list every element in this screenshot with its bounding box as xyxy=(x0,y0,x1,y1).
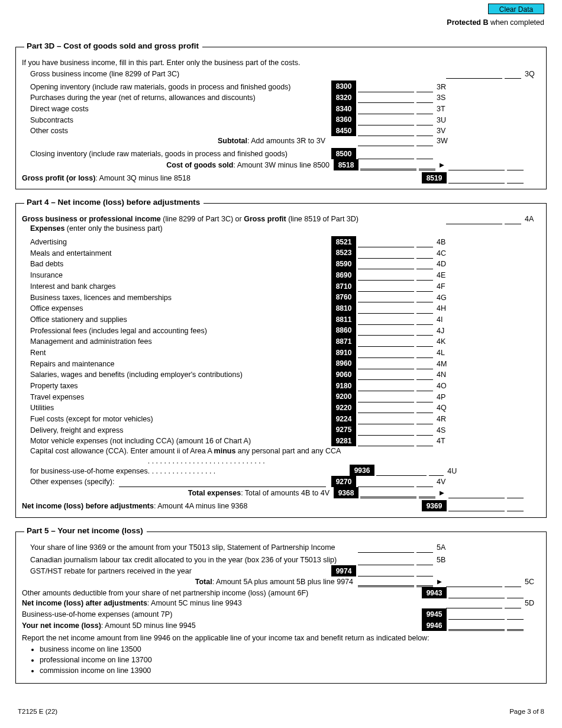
line-letter: 4B xyxy=(434,237,452,247)
amount-input[interactable] xyxy=(358,478,414,487)
amount-cents[interactable] xyxy=(416,83,433,92)
amount-cents[interactable] xyxy=(416,415,433,424)
amount-input[interactable] xyxy=(448,174,505,183)
amount-input[interactable] xyxy=(446,578,502,587)
amount-cents[interactable] xyxy=(416,238,433,247)
code-box: 9220 xyxy=(331,402,356,413)
amount-cents[interactable] xyxy=(416,326,433,336)
amount-input[interactable] xyxy=(358,404,414,413)
amount-cents[interactable] xyxy=(416,360,433,369)
closing-inv-label: Closing inventory (include raw materials… xyxy=(22,149,290,159)
amount-cents[interactable] xyxy=(416,556,433,565)
amount-cents[interactable] xyxy=(416,94,433,103)
amount-input[interactable] xyxy=(358,576,414,587)
amount-input[interactable] xyxy=(358,94,414,103)
amount-cents[interactable] xyxy=(507,502,524,511)
amount-input[interactable] xyxy=(376,466,427,476)
amount-cents[interactable] xyxy=(429,466,444,476)
amount-cents[interactable] xyxy=(416,478,433,487)
amount-input[interactable] xyxy=(358,260,414,269)
amount-input[interactable] xyxy=(446,599,502,608)
clear-data-button[interactable]: Clear Data xyxy=(488,4,544,14)
amount-cents[interactable] xyxy=(505,215,521,224)
amount-cents[interactable] xyxy=(419,488,435,498)
amount-input[interactable] xyxy=(448,161,505,170)
amount-input[interactable] xyxy=(358,393,414,402)
amount-cents[interactable] xyxy=(507,620,524,631)
amount-input[interactable] xyxy=(358,326,414,336)
amount-cents[interactable] xyxy=(507,174,524,183)
amount-input[interactable] xyxy=(358,137,414,146)
amount-input[interactable] xyxy=(448,620,505,631)
amount-cents[interactable] xyxy=(416,382,433,391)
amount-input[interactable] xyxy=(358,238,414,247)
amount-cents[interactable] xyxy=(505,69,521,79)
amount-input[interactable] xyxy=(358,349,414,358)
amount-cents[interactable] xyxy=(507,610,524,620)
amount-cents[interactable] xyxy=(416,437,433,446)
amount-cents[interactable] xyxy=(505,599,521,608)
amount-input[interactable] xyxy=(358,83,414,92)
amount-cents[interactable] xyxy=(416,371,433,380)
amount-cents[interactable] xyxy=(416,293,433,302)
amount-cents[interactable] xyxy=(416,315,433,325)
amount-input[interactable] xyxy=(446,69,502,79)
amount-cents[interactable] xyxy=(416,260,433,269)
amount-input[interactable] xyxy=(448,589,505,598)
amount-cents[interactable] xyxy=(416,116,433,125)
amount-cents[interactable] xyxy=(507,489,524,498)
amount-cents[interactable] xyxy=(416,127,433,136)
amount-input[interactable] xyxy=(358,293,414,302)
amount-input[interactable] xyxy=(448,502,505,511)
amount-cents[interactable] xyxy=(505,578,521,587)
amount-cents[interactable] xyxy=(416,282,433,292)
amount-input[interactable] xyxy=(360,488,416,498)
amount-cents[interactable] xyxy=(416,543,433,553)
amount-input[interactable] xyxy=(358,371,414,380)
amount-cents[interactable] xyxy=(507,589,524,598)
amount-input[interactable] xyxy=(358,150,414,159)
amount-input[interactable] xyxy=(358,426,414,436)
amount-cents[interactable] xyxy=(416,349,433,358)
specify-field[interactable] xyxy=(119,479,326,487)
amount-input[interactable] xyxy=(358,567,414,576)
amount-input[interactable] xyxy=(358,337,414,347)
amount-cents[interactable] xyxy=(416,249,433,259)
row-net-income-before-adj: Net income (loss) before adjustments: Am… xyxy=(22,500,540,511)
amount-input[interactable] xyxy=(358,415,414,424)
amount-input[interactable] xyxy=(358,382,414,391)
amount-cents[interactable] xyxy=(507,161,524,170)
amount-cents[interactable] xyxy=(416,271,433,281)
amount-input[interactable] xyxy=(358,127,414,136)
amount-input[interactable] xyxy=(358,437,414,446)
amount-input[interactable] xyxy=(358,304,414,314)
amount-cents[interactable] xyxy=(416,567,433,576)
amount-input[interactable] xyxy=(358,556,414,565)
amount-cents[interactable] xyxy=(416,150,433,159)
amount-cents[interactable] xyxy=(416,404,433,413)
amount-cents[interactable] xyxy=(416,337,433,347)
amount-input[interactable] xyxy=(358,282,414,292)
amount-input[interactable] xyxy=(358,105,414,114)
row-4-8690: Insurance86904E xyxy=(22,269,540,281)
amount-input[interactable] xyxy=(358,315,414,325)
amount-input[interactable] xyxy=(358,271,414,281)
te-bold: Total expenses xyxy=(188,489,241,497)
amount-cents[interactable] xyxy=(416,105,433,114)
amount-cents[interactable] xyxy=(416,304,433,314)
amount-cents[interactable] xyxy=(416,576,433,587)
amount-cents[interactable] xyxy=(416,426,433,436)
amount-input[interactable] xyxy=(358,116,414,125)
amount-input[interactable] xyxy=(358,249,414,259)
amount-input[interactable] xyxy=(448,489,505,498)
amount-input[interactable] xyxy=(358,360,414,369)
code-box: 9369 xyxy=(422,500,447,511)
amount-input[interactable] xyxy=(358,543,414,553)
amount-cents[interactable] xyxy=(416,137,433,146)
amount-input[interactable] xyxy=(448,610,505,620)
amount-input[interactable] xyxy=(446,215,502,224)
code-box: 8521 xyxy=(331,236,356,247)
amount-input[interactable] xyxy=(360,160,416,170)
amount-cents[interactable] xyxy=(419,160,435,170)
amount-cents[interactable] xyxy=(416,393,433,402)
